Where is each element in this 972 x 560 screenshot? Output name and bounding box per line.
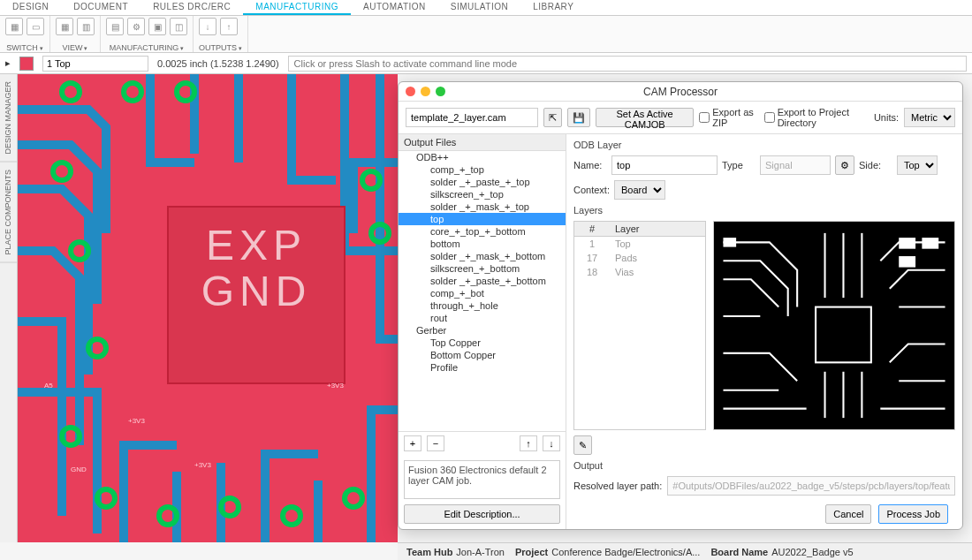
resolved-path-input: [667, 476, 955, 496]
table-row[interactable]: 1Top: [574, 237, 705, 251]
tree-item[interactable]: ODB++: [399, 151, 566, 163]
move-up-button[interactable]: ↑: [520, 435, 537, 451]
out-icon-2[interactable]: ↑: [220, 18, 238, 35]
out-icon-1[interactable]: ↓: [199, 18, 216, 35]
name-input[interactable]: [611, 155, 718, 175]
table-row[interactable]: 18Vias: [574, 265, 705, 279]
tree-item[interactable]: bottom: [399, 238, 566, 250]
team-hub-value: Jon-A-Tron: [456, 547, 505, 557]
edit-layers-button[interactable]: ✎: [573, 435, 592, 455]
pcb-canvas[interactable]: EXP GND A5+3V3+3V3 GND+3V3: [18, 74, 398, 542]
project-value: Conference Badge/Electronics/A...: [551, 547, 700, 557]
view-icon-1[interactable]: ▦: [56, 18, 73, 35]
side-label: Side:: [859, 160, 892, 170]
svg-text:GND: GND: [71, 465, 87, 473]
tree-item[interactable]: solder _+_mask_+_top: [399, 201, 566, 213]
mfg-icon-4[interactable]: ◫: [170, 18, 187, 35]
switch-icon-1[interactable]: ▦: [5, 18, 23, 35]
export-zip-checkbox[interactable]: Export as ZIP: [699, 107, 758, 128]
output-tree[interactable]: ODB++comp_+_topsolder _+_paste_+_topsilk…: [399, 151, 566, 431]
tree-item[interactable]: Top Copper: [399, 337, 566, 349]
board-name-value: AU2022_Badge v5: [771, 547, 853, 557]
layers-label: Layers: [573, 205, 955, 216]
layer-color-swatch[interactable]: [19, 57, 34, 71]
tree-item[interactable]: Gerber: [399, 324, 566, 337]
output-files-header: Output Files: [399, 134, 566, 151]
remove-output-button[interactable]: −: [427, 435, 444, 451]
status-bar: Team HubJon-A-Tron ProjectConference Bad…: [398, 542, 972, 560]
switch-icon-2[interactable]: ▭: [27, 18, 44, 35]
export-dir-checkbox[interactable]: Export to Project Directory: [764, 107, 869, 128]
ribbon-mfg-label[interactable]: MANUFACTURING: [106, 43, 187, 52]
tree-item[interactable]: core_+_top_+_bottom: [399, 225, 566, 238]
cancel-button[interactable]: Cancel: [825, 504, 871, 524]
tree-item[interactable]: Profile: [399, 361, 566, 374]
svg-rect-22: [816, 307, 871, 363]
tree-item[interactable]: silkscreen_+_bottom: [399, 262, 566, 275]
save-file-button[interactable]: 💾: [567, 108, 590, 127]
resolved-path-label: Resolved layer path:: [573, 481, 662, 491]
detail-panel: ODB Layer Name: Type ⚙ Side: Top Context…: [566, 134, 962, 529]
layer-bar: ▸ 0.0025 inch (1.5238 1.2490): [0, 53, 972, 74]
svg-rect-23: [899, 238, 915, 249]
add-output-button[interactable]: +: [404, 435, 421, 451]
edit-description-button[interactable]: Edit Description...: [404, 504, 560, 524]
tab-rules[interactable]: RULES DRC/ERC: [140, 0, 243, 15]
history-icon[interactable]: ▸: [5, 57, 11, 69]
minimize-icon[interactable]: [421, 87, 430, 96]
maximize-icon[interactable]: [436, 87, 445, 96]
output-files-panel: Output Files ODB++comp_+_topsolder _+_pa…: [399, 134, 566, 529]
context-select[interactable]: Board: [614, 180, 665, 200]
type-label: Type: [722, 160, 756, 170]
pcb-text-gnd: GND: [201, 268, 312, 314]
tab-manufacturing[interactable]: MANUFACTURING: [243, 0, 351, 15]
open-file-button[interactable]: ⇱: [543, 108, 562, 127]
ribbon-view-label[interactable]: VIEW: [56, 43, 95, 52]
tree-item[interactable]: rout: [399, 312, 566, 324]
side-select[interactable]: Top: [897, 155, 938, 175]
layer-select[interactable]: [42, 56, 148, 72]
svg-rect-25: [899, 256, 915, 268]
svg-text:+3V3: +3V3: [327, 382, 344, 390]
svg-rect-26: [723, 238, 736, 246]
tab-design[interactable]: DESIGN: [0, 0, 61, 15]
pcb-text-exp: EXP: [206, 222, 307, 269]
tab-document[interactable]: DOCUMENT: [61, 0, 140, 15]
side-tab-place-components[interactable]: PLACE COMPONENTS: [0, 163, 17, 263]
set-active-camjob-button[interactable]: Set As Active CAMJOB: [596, 108, 694, 127]
tree-item[interactable]: solder _+_paste_+_top: [399, 176, 566, 188]
ribbon-switch-label[interactable]: SWITCH: [5, 43, 44, 52]
units-select[interactable]: Metric: [904, 108, 955, 127]
ribbon: ▦ ▭ SWITCH ▦ ▥ VIEW ▤ ⚙ ▣ ◫ MANUFACTURIN…: [0, 16, 972, 53]
close-icon[interactable]: [406, 87, 415, 96]
dialog-title: CAM Processor: [399, 86, 962, 98]
view-icon-2[interactable]: ▥: [77, 18, 95, 35]
tree-item[interactable]: comp_+_top: [399, 163, 566, 176]
mfg-icon-2[interactable]: ⚙: [127, 18, 145, 35]
tab-automation[interactable]: AUTOMATION: [351, 0, 438, 15]
tree-item[interactable]: through_+_hole: [399, 299, 566, 312]
process-job-button[interactable]: Process Job: [878, 504, 948, 524]
tree-item[interactable]: solder _+_paste_+_bottom: [399, 275, 566, 287]
cam-processor-dialog: CAM Processor ⇱ 💾 Set As Active CAMJOB E…: [398, 81, 963, 530]
tree-item[interactable]: solder _+_mask_+_bottom: [399, 250, 566, 262]
tree-item[interactable]: top: [399, 213, 566, 225]
side-tab-design-manager[interactable]: DESIGN MANAGER: [0, 74, 17, 163]
table-row[interactable]: 17Pads: [574, 251, 705, 265]
move-down-button[interactable]: ↓: [543, 435, 560, 451]
command-line[interactable]: [288, 56, 967, 72]
dialog-titlebar[interactable]: CAM Processor: [399, 82, 962, 102]
tree-item[interactable]: silkscreen_+_top: [399, 188, 566, 201]
layers-table[interactable]: # Layer 1Top17Pads18Vias: [573, 221, 706, 430]
type-gear-button[interactable]: ⚙: [835, 155, 854, 175]
tab-simulation[interactable]: SIMULATION: [438, 0, 520, 15]
template-input[interactable]: [406, 108, 538, 127]
svg-text:+3V3: +3V3: [194, 461, 211, 469]
tab-library[interactable]: LIBRARY: [520, 0, 586, 15]
tree-item[interactable]: comp_+_bot: [399, 287, 566, 299]
odb-layer-label: ODB Layer: [573, 140, 955, 150]
tree-item[interactable]: Bottom Copper: [399, 349, 566, 361]
mfg-icon-3[interactable]: ▣: [148, 18, 166, 35]
ribbon-out-label[interactable]: OUTPUTS: [199, 43, 242, 52]
mfg-icon-1[interactable]: ▤: [106, 18, 124, 35]
